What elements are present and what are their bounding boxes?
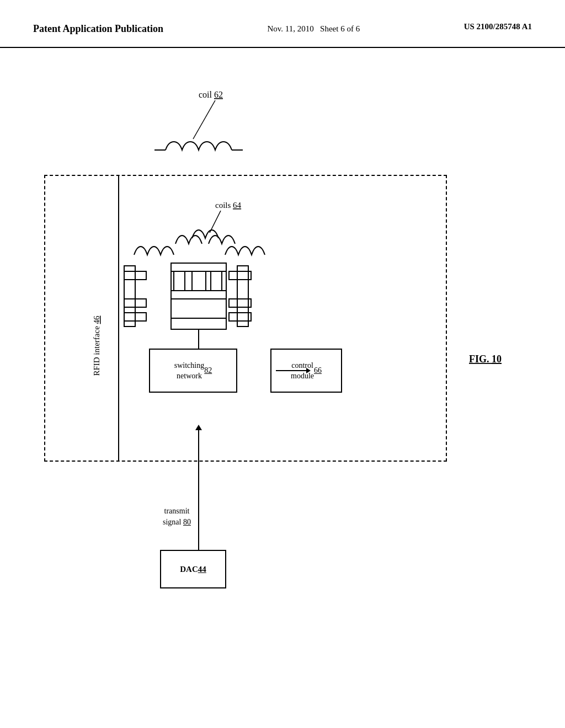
switching-network-box: switchingnetwork 82 xyxy=(149,349,237,393)
dac-num: 44 xyxy=(198,565,206,574)
header-date: Nov. 11, 2010 xyxy=(268,24,314,33)
svg-line-0 xyxy=(193,100,215,139)
control-num: 66 xyxy=(314,365,322,376)
coil-62-symbol: coil 62 xyxy=(154,90,243,150)
content-area: coil 62 RFID interface 46 xyxy=(0,48,565,710)
page-header: Patent Application Publication Nov. 11, … xyxy=(0,0,565,48)
rfid-interface-box xyxy=(44,175,447,462)
control-module-box: controlmodule 66 xyxy=(270,349,342,393)
transmit-num: 80 xyxy=(183,518,191,526)
header-center-info: Nov. 11, 2010 Sheet 6 of 6 xyxy=(268,22,360,35)
dac-box: DAC 44 xyxy=(160,550,226,588)
header-right-patent: US 2100/285748 A1 xyxy=(464,22,532,31)
coil62-text: coil 62 xyxy=(199,90,223,99)
transmit-signal-label: transmitsignal 80 xyxy=(163,506,191,527)
header-left-title: Patent Application Publication xyxy=(33,22,163,36)
fig10-label: FIG. 10 xyxy=(469,354,502,365)
header-sheet: Sheet 6 of 6 xyxy=(320,24,360,33)
switching-num: 82 xyxy=(204,365,212,376)
